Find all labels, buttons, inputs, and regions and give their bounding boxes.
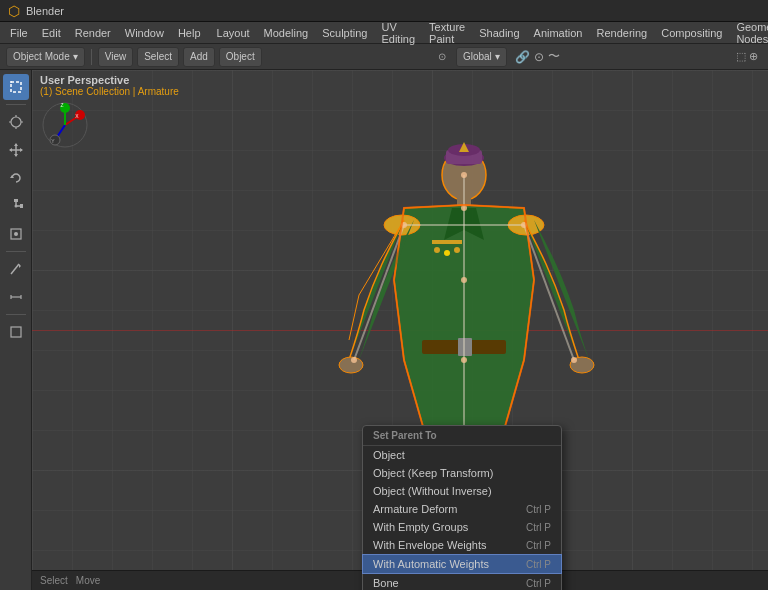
svg-rect-26 [11,327,21,337]
svg-point-65 [461,277,467,283]
tab-compositing[interactable]: Compositing [655,25,728,41]
proportional-icon-2[interactable]: 〜 [548,48,560,65]
select-menu[interactable]: Select [137,47,179,67]
tab-modeling[interactable]: Modeling [258,25,315,41]
status-select-hint: Select [40,575,68,586]
ctx-armature-deform-shortcut: Ctrl P [526,504,551,515]
cursor-tool[interactable] [3,109,29,135]
svg-marker-9 [14,143,18,146]
ctx-object[interactable]: Object [363,446,561,464]
ctx-bone-shortcut: Ctrl P [526,578,551,589]
ctx-object-without-inverse[interactable]: Object (Without Inverse) [363,482,561,500]
add-menu[interactable]: Add [183,47,215,67]
svg-marker-10 [14,154,18,157]
tool-sep-3 [6,314,26,315]
annotate-tool[interactable] [3,256,29,282]
svg-point-46 [454,247,460,253]
tab-animation[interactable]: Animation [528,25,589,41]
proportional-icon[interactable]: ⊙ [534,50,544,64]
move-tool[interactable] [3,137,29,163]
context-menu-header: Set Parent To [363,426,561,446]
tab-shading[interactable]: Shading [473,25,525,41]
object-mode-dropdown[interactable]: Object Mode ▾ [6,47,85,67]
ctx-object-keep-transform-label: Object (Keep Transform) [373,467,493,479]
global-dropdown[interactable]: Global ▾ [456,47,507,67]
svg-rect-43 [432,240,462,244]
rotate-tool[interactable] [3,165,29,191]
ctx-with-automatic-weights-label: With Automatic Weights [373,558,489,570]
ctx-with-envelope-weights[interactable]: With Envelope Weights Ctrl P [363,536,561,554]
svg-point-63 [461,172,467,178]
svg-text:Z: Z [60,102,63,108]
ctx-with-automatic-weights-shortcut: Ctrl P [526,559,551,570]
menu-edit[interactable]: Edit [36,25,67,41]
viewport[interactable]: User Perspective (1) Scene Collection | … [32,70,768,590]
ctx-with-envelope-weights-shortcut: Ctrl P [526,540,551,551]
ctx-with-automatic-weights[interactable]: With Automatic Weights Ctrl P [362,554,562,574]
status-move-hint: Move [76,575,100,586]
ctx-with-empty-groups-shortcut: Ctrl P [526,522,551,533]
view-menu[interactable]: View [98,47,134,67]
ctx-object-label: Object [373,449,405,461]
main-area: User Perspective (1) Scene Collection | … [0,70,768,590]
svg-marker-11 [9,148,12,152]
measure-tool[interactable] [3,284,29,310]
svg-point-20 [14,232,18,236]
tab-layout[interactable]: Layout [211,25,256,41]
svg-point-66 [461,357,467,363]
menu-render[interactable]: Render [69,25,117,41]
svg-marker-12 [20,148,23,152]
ctx-object-keep-transform[interactable]: Object (Keep Transform) [363,464,561,482]
select-box-tool[interactable] [3,74,29,100]
menu-file[interactable]: File [4,25,34,41]
scale-tool[interactable] [3,193,29,219]
svg-point-45 [444,250,450,256]
ctx-bone-label: Bone [373,577,399,589]
ctx-with-empty-groups-label: With Empty Groups [373,521,468,533]
navigation-gizmo[interactable]: X Z Y [40,100,90,150]
svg-point-71 [571,357,577,363]
svg-line-21 [11,264,19,274]
tab-rendering[interactable]: Rendering [590,25,653,41]
ctx-object-without-inverse-label: Object (Without Inverse) [373,485,492,497]
object-mode-chevron: ▾ [73,51,78,62]
snap-icon[interactable]: 🔗 [515,50,530,64]
global-label: Global [463,51,492,62]
overlay-icon[interactable]: ⬚ [736,50,746,63]
gizmo-icon[interactable]: ⊕ [749,50,758,63]
svg-rect-17 [20,204,23,208]
svg-rect-0 [11,82,21,92]
svg-point-51 [339,357,363,373]
ctx-armature-deform[interactable]: Armature Deform Ctrl P [363,500,561,518]
menu-window[interactable]: Window [119,25,170,41]
object-menu[interactable]: Object [219,47,262,67]
ctx-bone[interactable]: Bone Ctrl P [363,574,561,590]
blender-logo-icon: ⬡ [8,3,20,19]
transform-tool[interactable] [3,221,29,247]
svg-point-2 [11,117,21,127]
ctx-with-envelope-weights-label: With Envelope Weights [373,539,487,551]
svg-point-44 [434,247,440,253]
tab-sculpting[interactable]: Sculpting [316,25,373,41]
svg-marker-22 [19,264,21,268]
transform-pivot-icon: ⊙ [438,51,446,62]
tab-geometry-nodes[interactable]: Geometry Nodes [730,19,768,47]
ctx-armature-deform-label: Armature Deform [373,503,457,515]
toolbar: Object Mode ▾ View Select Add Object ⊙ G… [0,44,768,70]
tab-uv-editing[interactable]: UV Editing [375,19,421,47]
menu-bar: File Edit Render Window Help Layout Mode… [0,22,768,44]
left-toolbar [0,70,32,590]
global-chevron: ▾ [495,51,500,62]
tab-texture-paint[interactable]: Texture Paint [423,19,471,47]
svg-point-16 [14,205,17,208]
ctx-with-empty-groups[interactable]: With Empty Groups Ctrl P [363,518,561,536]
svg-point-1 [10,81,12,83]
tool-sep-2 [6,251,26,252]
menu-help[interactable]: Help [172,25,207,41]
svg-rect-18 [14,199,18,202]
context-menu: Set Parent To Object Object (Keep Transf… [362,425,562,590]
object-mode-label: Object Mode [13,51,70,62]
add-primitive-tool[interactable] [3,319,29,345]
tool-sep-1 [6,104,26,105]
app-title: Blender [26,5,64,17]
